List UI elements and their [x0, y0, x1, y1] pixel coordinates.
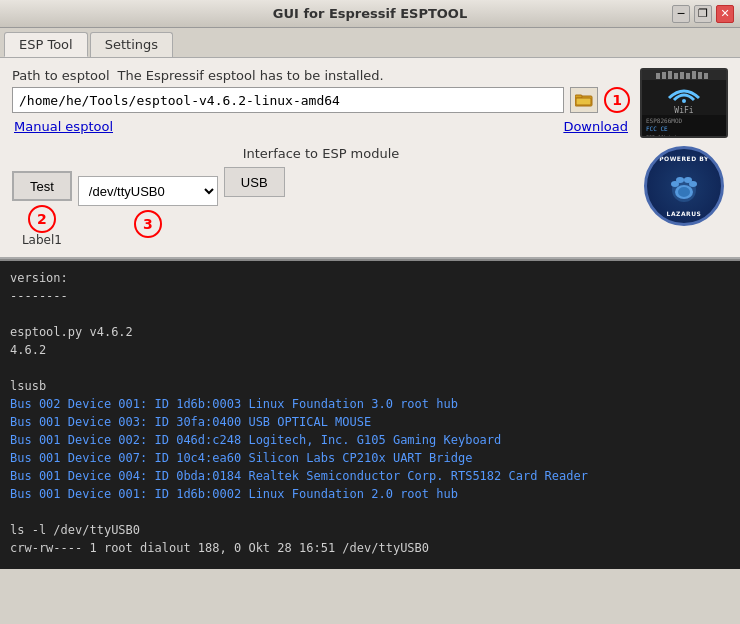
restore-button[interactable]: ❐: [694, 5, 712, 23]
svg-rect-9: [692, 71, 696, 79]
svg-rect-7: [680, 72, 684, 79]
port-select[interactable]: /dev/ttyUSB0 ttyUSB1: [78, 176, 218, 206]
svg-rect-4: [662, 72, 666, 79]
tab-bar: ESP Tool Settings: [0, 28, 740, 58]
circle-1: 1: [604, 87, 630, 113]
svg-point-19: [678, 187, 690, 197]
terminal-line: ls -l /dev/ttyUSB0: [10, 521, 730, 539]
terminal-line: --------: [10, 287, 730, 305]
terminal-line: Bus 001 Device 001: ID 1d6b:0002 Linux F…: [10, 485, 730, 503]
terminal-line: [10, 305, 730, 323]
terminal-line: version:: [10, 269, 730, 287]
svg-rect-2: [576, 98, 591, 105]
interface-label: Interface to ESP module: [12, 146, 630, 161]
minimize-button[interactable]: ─: [672, 5, 690, 23]
lazarus-logo: POWERED BY LAZARUS: [644, 146, 724, 226]
svg-point-12: [682, 99, 686, 103]
window-title: GUI for Espressif ESPTOOL: [273, 6, 467, 21]
browse-button[interactable]: [570, 87, 598, 113]
download-link[interactable]: Download: [563, 119, 628, 134]
terminal-line: esptool.py v4.6.2: [10, 323, 730, 341]
wifi-module-image: WiFi ESP8266MOD FCC CE 802.11b/g/n: [640, 68, 728, 138]
terminal-line: crw-rw---- 1 root dialout 188, 0 Okt 28 …: [10, 539, 730, 557]
usb-button[interactable]: USB: [224, 167, 285, 197]
circle-2: 2: [28, 205, 56, 233]
svg-rect-6: [674, 73, 678, 79]
terminal-line: [10, 359, 730, 377]
terminal-line: Bus 001 Device 007: ID 10c4:ea60 Silicon…: [10, 449, 730, 467]
close-button[interactable]: ✕: [716, 5, 734, 23]
tab-esp-tool[interactable]: ESP Tool: [4, 32, 88, 57]
title-bar: GUI for Espressif ESPTOOL ─ ❐ ✕: [0, 0, 740, 28]
right-images: WiFi ESP8266MOD FCC CE 802.11b/g/n POWER…: [640, 68, 728, 226]
svg-point-18: [689, 181, 697, 187]
manual-esptool-link[interactable]: Manual esptool: [14, 119, 113, 134]
svg-rect-8: [686, 73, 690, 79]
terminal-line: Bus 001 Device 003: ID 30fa:0400 USB OPT…: [10, 413, 730, 431]
terminal-line: Bus 001 Device 002: ID 046d:c248 Logitec…: [10, 431, 730, 449]
install-notice: The Espressif esptool has to be installe…: [118, 68, 384, 83]
svg-rect-10: [698, 72, 702, 79]
terminal[interactable]: version:-------- esptool.py v4.6.24.6.2 …: [0, 259, 740, 569]
terminal-line: lsusb: [10, 377, 730, 395]
tab-settings[interactable]: Settings: [90, 32, 173, 57]
circle-3: 3: [134, 210, 162, 238]
svg-rect-11: [704, 73, 708, 79]
terminal-line: [10, 503, 730, 521]
label1-text: Label1: [22, 233, 62, 247]
terminal-line: Bus 002 Device 001: ID 1d6b:0003 Linux F…: [10, 395, 730, 413]
terminal-line: Bus 001 Device 004: ID 0bda:0184 Realtek…: [10, 467, 730, 485]
path-input[interactable]: [12, 87, 564, 113]
svg-rect-3: [656, 73, 660, 79]
test-button[interactable]: Test: [12, 171, 72, 201]
terminal-line: 4.6.2: [10, 341, 730, 359]
main-content: Path to esptool The Espressif esptool ha…: [0, 58, 740, 259]
svg-rect-5: [668, 71, 672, 79]
path-label: Path to esptool: [12, 68, 110, 83]
svg-point-16: [676, 177, 684, 183]
